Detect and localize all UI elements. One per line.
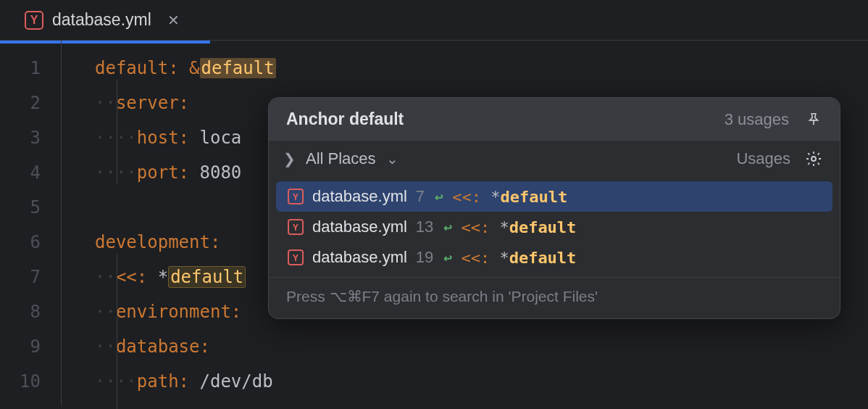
close-tab-icon[interactable]: ✕ <box>167 12 180 29</box>
result-line: 7 <box>416 187 425 206</box>
usages-label[interactable]: Usages <box>736 149 790 168</box>
tab-filename: database.yml <box>52 10 151 30</box>
line-number: 5 <box>0 190 41 225</box>
chevron-right-icon[interactable]: ❯ <box>283 150 296 168</box>
yaml-file-icon: Y <box>25 11 43 30</box>
usage-result-row[interactable]: Y database.yml 7 ↩ <<: *default <box>276 181 832 212</box>
pin-icon[interactable] <box>805 111 822 128</box>
line-number: 9 <box>0 329 41 364</box>
popup-toolbar: ❯ All Places ⌄ Usages <box>269 141 840 177</box>
code-line: ··database: <box>95 329 868 364</box>
newline-icon: ↩ <box>443 249 452 266</box>
tab-bar: Y database.yml ✕ <box>0 0 868 41</box>
line-number-gutter: 1 2 3 4 5 6 7 8 9 10 <box>0 41 61 406</box>
popup-footer-hint: Press ⌥⌘F7 again to search in 'Project F… <box>269 277 840 318</box>
yaml-file-icon: Y <box>288 249 304 265</box>
line-number: 8 <box>0 294 41 329</box>
indent-guide <box>117 80 117 184</box>
usages-popup: Anchor default 3 usages ❯ All Places ⌄ U… <box>268 97 840 319</box>
editor-tab[interactable]: Y database.yml ✕ <box>14 0 190 40</box>
line-number: 1 <box>0 51 41 86</box>
result-filename: database.yml <box>312 187 407 206</box>
result-filename: database.yml <box>312 218 407 236</box>
usage-results: Y database.yml 7 ↩ <<: *default Y databa… <box>269 177 840 277</box>
result-line: 19 <box>416 248 433 267</box>
chevron-down-icon: ⌄ <box>386 151 398 167</box>
result-line: 13 <box>416 218 433 236</box>
newline-icon: ↩ <box>443 218 452 236</box>
scope-selector[interactable]: All Places ⌄ <box>306 149 398 168</box>
yaml-file-icon: Y <box>288 189 304 204</box>
result-filename: database.yml <box>312 248 407 267</box>
svg-point-0 <box>811 157 816 161</box>
indent-guide <box>117 254 117 409</box>
line-number: 10 <box>0 364 41 399</box>
usage-count: 3 usages <box>725 110 789 129</box>
line-number: 2 <box>0 86 41 120</box>
line-number: 6 <box>0 225 41 260</box>
line-number: 3 <box>0 120 41 155</box>
usage-result-row[interactable]: Y database.yml 19 ↩ <<: *default <box>276 242 832 273</box>
code-line: default: &default <box>95 51 868 86</box>
line-number: 7 <box>0 260 41 294</box>
newline-icon: ↩ <box>435 188 443 205</box>
popup-title: Anchor default <box>286 110 404 129</box>
yaml-file-icon: Y <box>288 219 304 235</box>
gear-icon[interactable] <box>805 150 822 168</box>
popup-header: Anchor default 3 usages <box>269 98 840 141</box>
line-number: 4 <box>0 155 41 190</box>
usage-result-row[interactable]: Y database.yml 13 ↩ <<: *default <box>276 212 832 242</box>
code-line: ····path: /dev/db <box>95 364 868 399</box>
